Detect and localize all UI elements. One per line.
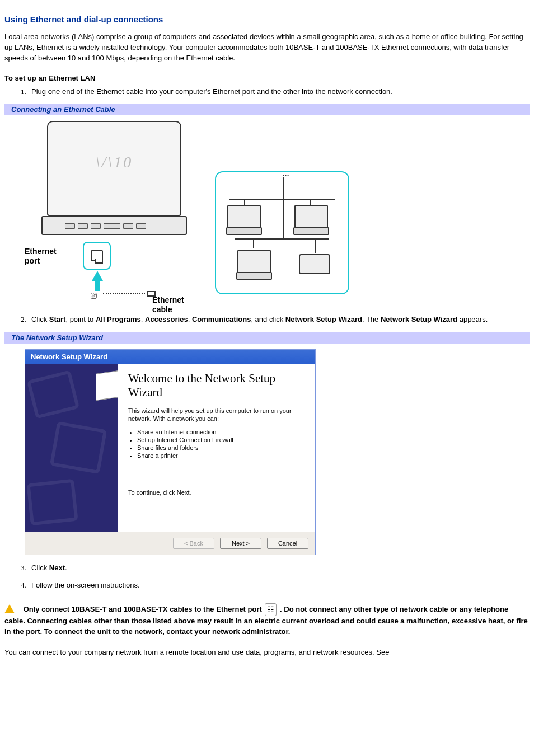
ethernet-port-label: Ethernet port [25, 247, 78, 266]
wizard-bullet: Share files and folders [137, 444, 305, 451]
ethernet-port-icon [91, 250, 103, 261]
printer-icon [299, 254, 330, 274]
caption-network-wizard: The Network Setup Wizard [4, 332, 530, 344]
cancel-button[interactable]: Cancel [267, 538, 308, 549]
network-diagram: … [215, 171, 349, 294]
warning-icon [4, 604, 15, 613]
computer-icon [227, 205, 261, 231]
wizard-bullet-list: Share an Internet connection Set up Inte… [128, 429, 305, 459]
setup-heading: To set up an Ethernet LAN [4, 74, 530, 82]
ethernet-cable-label: Ethernet cable [152, 295, 184, 314]
section-heading: Using Ethernet and dial-up connections [4, 15, 530, 24]
step-4: Follow the on-screen instructions. [28, 580, 530, 591]
network-setup-wizard-dialog: Network Setup Wizard Welcome to the Netw… [25, 349, 316, 555]
footer-paragraph: You can connect to your company network … [4, 647, 530, 658]
figure-ethernet-cable: \/\10 Ethernet port ⎚ Ethernet cable … [25, 121, 530, 306]
warning-block: Only connect 10BASE-T and 100BASE-TX cab… [4, 603, 530, 637]
ethernet-port-callout [83, 242, 111, 270]
computer-icon [294, 205, 328, 231]
wizard-bullet: Set up Internet Connection Firewall [137, 436, 305, 443]
step-1: Plug one end of the Ethernet cable into … [28, 87, 530, 97]
wizard-button-row: < Back Next > Cancel [25, 532, 315, 555]
laptop-diagram: \/\10 Ethernet port ⎚ Ethernet cable [25, 121, 204, 306]
next-button[interactable]: Next > [220, 538, 261, 549]
wizard-sidebar-graphic [25, 364, 118, 532]
intro-paragraph: Local area networks (LANs) comprise a gr… [4, 32, 530, 64]
wizard-intro-text: This wizard will help you set up this co… [128, 407, 305, 424]
network-icon: ⎚ [91, 290, 97, 302]
wizard-heading: Welcome to the Network Setup Wizard [128, 372, 305, 400]
step-3: Click Next. [28, 563, 530, 574]
caption-ethernet-cable: Connecting an Ethernet Cable [4, 104, 530, 115]
ethernet-glyph-icon: ☷ [265, 603, 277, 616]
step-2: Click Start, point to All Programs, Acce… [28, 314, 530, 325]
wizard-continue-text: To continue, click Next. [128, 489, 305, 496]
back-button: < Back [173, 538, 214, 549]
computer-icon [237, 250, 271, 275]
wizard-network-icon [96, 369, 118, 401]
wizard-bullet: Share an Internet connection [137, 429, 305, 435]
wizard-bullet: Share a printer [137, 452, 305, 459]
wizard-titlebar: Network Setup Wizard [25, 350, 315, 364]
laptop-logo: \/\10 [96, 153, 133, 171]
step-1-text: Plug one end of the Ethernet cable into … [31, 87, 392, 96]
